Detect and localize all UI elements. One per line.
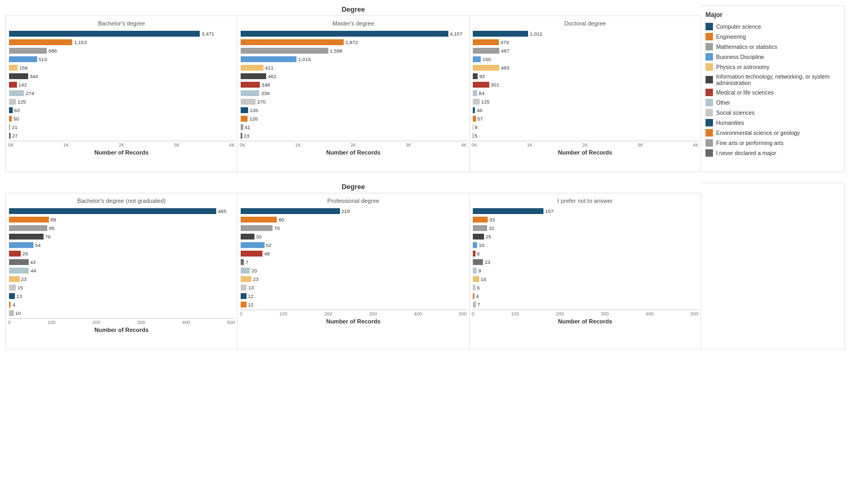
bar-value-label: 32 [489,225,504,231]
bar-row: 44 [9,267,235,274]
chart-inner: 1,0114794871504839230184125465785 [472,30,699,139]
bar [9,225,47,231]
bar [9,56,37,62]
bar-row: 135 [241,106,466,114]
bar-row: 5 [473,132,699,139]
section1-title: Degree [5,183,701,191]
x-tick-label: 4K [693,142,699,148]
bar-value-label: 510 [39,56,54,62]
x-tick-label: 500 [691,311,699,317]
bar-value-label: 465 [218,208,233,214]
bar [9,268,29,274]
bar-value-label: 156 [19,65,34,71]
chart-subtitle: Master's degree [240,20,466,27]
bar-row: 13 [9,292,235,300]
bar [241,73,266,79]
legend-spacer [701,183,845,349]
bar [241,39,344,45]
x-axis: 0K1K2K3K4K [8,141,235,148]
bar-value-label: 344 [30,73,45,79]
chart-subtitle: Bachelor's degree [8,20,235,27]
bar-row: 48 [241,250,466,257]
bar-value-label: 52 [266,242,281,248]
bar [9,31,200,37]
bar [473,259,483,265]
bar-value-label: 80 [278,217,293,223]
x-tick-label: 4K [461,142,467,148]
bar [9,90,24,96]
bar-row: 12 [241,292,466,300]
section0-title: Degree [5,5,701,13]
bar [473,293,474,299]
bar-row: 23 [241,132,466,139]
bar [241,48,328,54]
bar-row: 1,011 [473,30,699,37]
bars-container: 46588857654264344231513410 [8,207,235,317]
bar-row: 479 [473,38,699,46]
bar-value-label: 10 [15,310,30,316]
bar [9,65,18,71]
bar [473,31,529,37]
legend-color-box [706,139,713,147]
legend-color-box [706,109,713,116]
bar-row: 76 [9,233,235,240]
bar-value-label: 70 [274,225,289,231]
legend-color-box [706,99,713,106]
bar-value-label: 44 [30,268,45,274]
legend-item-label: Social sciences [716,109,754,116]
bar-row: 3,471 [9,30,235,37]
bar-value-label: 25 [486,234,500,240]
bar-row: 9 [473,267,699,274]
legend-color-box [706,76,713,83]
bar-row: 30 [241,233,466,240]
bar [9,116,12,122]
bar-value-label: 483 [501,65,516,71]
bar [473,133,473,139]
bar-value-label: 20 [251,268,266,274]
bar [9,293,15,299]
bar [241,268,250,274]
bar [9,82,17,88]
bar-value-label: 126 [249,116,264,122]
legend-item: Other [706,99,840,106]
bar-row: 23 [473,258,699,266]
bar-value-label: 23 [484,259,499,265]
bar [473,251,475,257]
bar-value-label: 5 [474,133,489,139]
bar-row: 14 [473,275,699,283]
bar [473,65,499,71]
legend-item: Mathematics or statistics [706,43,840,50]
bar [241,107,248,113]
chart-inner: 219807030524872023131212 [240,207,466,308]
bar-row: 510 [9,55,235,63]
x-tick-label: 100 [511,311,519,317]
legend-color-box [706,63,713,71]
chart-subtitle: I prefer not to answer [472,198,699,204]
bar-value-label: 54 [35,242,50,248]
bar-row: 13 [241,284,466,291]
bar [473,56,481,62]
bar-value-label: 135 [250,107,265,113]
bar-row: 6 [473,284,699,291]
x-tick-label: 100 [47,320,55,325]
bar [241,225,273,231]
bar-value-label: 9 [478,268,493,274]
x-tick-label: 200 [92,320,100,325]
bar-value-label: 57 [478,116,492,122]
bar-value-label: 13 [16,293,31,299]
bar-value-label: 92 [479,73,494,79]
chart-subtitle: Professional degree [240,198,466,204]
bar-row: 125 [9,98,235,105]
bar-row: 1,153 [9,38,235,46]
legend-item: Fine arts or performing arts [706,139,840,147]
panel-row-1: Bachelor's degree (not graduated)4658885… [5,193,701,349]
bar [241,302,246,307]
bar-row: 15 [9,284,235,291]
chart-panel: Professional degree219807030524872023131… [237,193,469,349]
bar-row: 23 [9,275,235,283]
bar-row: 348 [241,81,466,88]
bars-container: 3,4711,15368851015634414227412563502127 [8,30,235,139]
chart-inner: 3,4711,15368851015634414227412563502127 [8,30,235,139]
bar-row: 21 [9,123,235,131]
legend-item: Computer science [706,23,840,30]
